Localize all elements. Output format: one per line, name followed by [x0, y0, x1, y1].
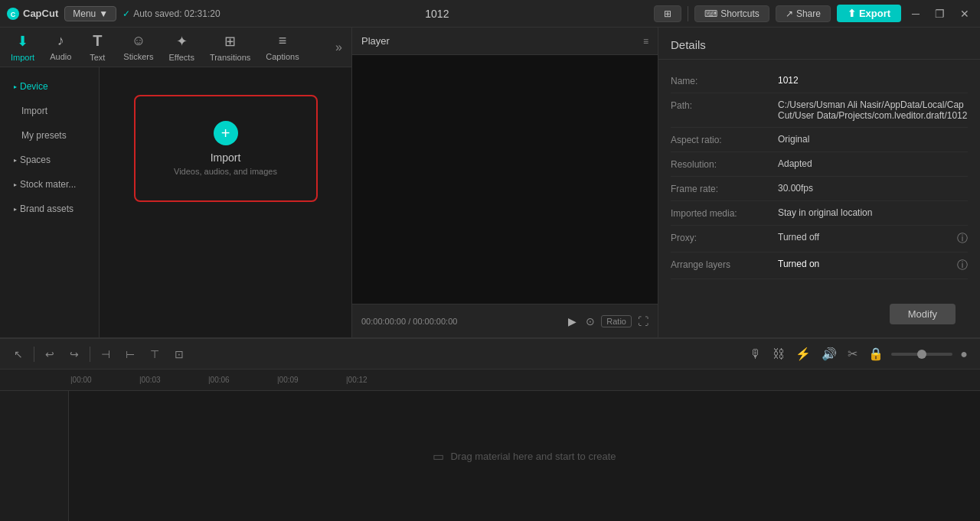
player-controls: 00:00:00:00 / 00:00:00:00 ▶ ⊙ Ratio ⛶: [352, 304, 658, 337]
fullscreen-icon[interactable]: ⛶: [638, 315, 648, 327]
topbar-divider: [688, 6, 688, 21]
undo-button[interactable]: ↩: [41, 345, 59, 363]
ruler-mark-9: |00:09: [276, 376, 345, 384]
record-audio-icon[interactable]: 🎙: [746, 344, 765, 364]
player-menu-icon[interactable]: ≡: [643, 36, 648, 47]
export-button[interactable]: ⬆ Export: [837, 5, 901, 22]
autosave-text: Auto saved: 02:31:20: [133, 8, 220, 19]
ratio-badge[interactable]: Ratio: [601, 315, 632, 327]
svg-text:C: C: [11, 11, 16, 18]
effects-label: Effects: [168, 53, 194, 62]
player-canvas: [352, 55, 658, 304]
autosave-indicator: ✓ Auto saved: 02:31:20: [122, 8, 220, 19]
tl-separator-2: [90, 347, 90, 362]
link-icon[interactable]: ⛓: [769, 344, 788, 364]
split-button[interactable]: ⊣: [96, 345, 115, 363]
name-value: 1012: [778, 75, 968, 86]
ruler-mark-12: |00:12: [345, 376, 413, 384]
arrange-layers-info-icon[interactable]: ⓘ: [957, 259, 968, 272]
timeline-empty-label: Drag material here and start to create: [450, 451, 616, 462]
snap-icon[interactable]: ⚡: [792, 344, 814, 364]
timeline-empty-icon: ▭: [433, 449, 444, 464]
detail-row-imported-media: Imported media: Stay in original locatio…: [671, 201, 968, 226]
spaces-arrow-icon: ▸: [14, 157, 17, 164]
app-layout: C CapCut Menu ▼ ✓ Auto saved: 02:31:20 1…: [0, 0, 980, 521]
tool-stickers[interactable]: ☺ Stickers: [116, 28, 161, 66]
tool-import[interactable]: ⬇ Import: [3, 28, 42, 67]
sidebar-item-brand-assets[interactable]: ▸ Brand assets: [5, 197, 94, 220]
minimize-button[interactable]: ─: [907, 6, 924, 21]
close-button[interactable]: ✕: [956, 6, 974, 21]
topbar: C CapCut Menu ▼ ✓ Auto saved: 02:31:20 1…: [0, 0, 980, 28]
delete-button[interactable]: ⊡: [170, 345, 188, 363]
sidebar-item-spaces[interactable]: ▸ Spaces: [5, 148, 94, 171]
menu-arrow-icon: ▼: [99, 8, 108, 19]
trim-right-button[interactable]: ⊤: [145, 345, 164, 363]
menu-label: Menu: [73, 8, 96, 19]
proxy-label: Proxy:: [671, 232, 778, 243]
share-button[interactable]: ↗ Share: [776, 5, 831, 22]
effects-icon: ✦: [176, 33, 188, 50]
ruler-mark-0: |00:00: [69, 376, 138, 384]
content-area: + Import Videos, audios, and images: [100, 67, 351, 337]
name-label: Name:: [671, 75, 778, 86]
toolbar-more-button[interactable]: »: [329, 37, 348, 57]
screen-layout-icon: ⊞: [664, 8, 671, 19]
tl-separator-1: [34, 347, 34, 362]
toolbar: ⬇ Import ♪ Audio T Text ☺ Stickers ✦ E: [0, 28, 351, 67]
clip-icon[interactable]: ✂: [844, 344, 861, 364]
trim-left-button[interactable]: ⊢: [121, 345, 139, 363]
ruler-mark-6: |00:06: [207, 376, 276, 384]
stickers-icon: ☺: [132, 33, 145, 49]
export-icon: ⬆: [848, 8, 856, 19]
tool-text[interactable]: T Text: [79, 28, 116, 67]
play-button[interactable]: ▶: [565, 312, 580, 331]
screen-layout-button[interactable]: ⊞: [654, 5, 681, 22]
tool-audio[interactable]: ♪ Audio: [42, 28, 79, 66]
modify-button[interactable]: Modify: [890, 304, 956, 324]
track-labels: [0, 391, 69, 521]
zoom-slider[interactable]: [891, 353, 952, 356]
captions-icon: ≡: [279, 33, 287, 49]
path-value: C:/Users/Usman Ali Nasir/AppData/Local/C…: [778, 99, 968, 121]
tl-settings-icon[interactable]: ●: [957, 344, 971, 364]
text-icon: T: [93, 32, 102, 50]
resolution-value: Adapted: [778, 158, 968, 169]
import-icon: ⬇: [17, 33, 28, 50]
stock-label: Stock mater...: [20, 179, 76, 190]
project-title: 1012: [227, 8, 648, 20]
sidebar-item-device[interactable]: ▸ Device: [5, 75, 94, 98]
player-timecode: 00:00:00:00 / 00:00:00:00: [361, 317, 556, 326]
ruler-mark-3: |00:03: [138, 376, 207, 384]
proxy-info-icon[interactable]: ⓘ: [957, 232, 968, 246]
screenshot-icon[interactable]: ⊙: [586, 315, 595, 327]
sidebar-item-my-presets[interactable]: My presets: [5, 124, 94, 147]
path-label: Path:: [671, 99, 778, 111]
device-label: Device: [20, 81, 48, 92]
maximize-button[interactable]: ❐: [930, 6, 949, 21]
import-plus-icon: +: [214, 121, 238, 145]
sidebar-item-import[interactable]: Import: [5, 99, 94, 122]
redo-button[interactable]: ↪: [65, 345, 83, 363]
tool-captions[interactable]: ≡ Captions: [258, 28, 306, 66]
audio-icon-tl[interactable]: 🔊: [818, 344, 840, 364]
menu-button[interactable]: Menu ▼: [64, 6, 116, 21]
details-content: Name: 1012 Path: C:/Users/Usman Ali Nasi…: [658, 60, 980, 288]
sidebar-item-stock-material[interactable]: ▸ Stock mater...: [5, 173, 94, 196]
cursor-tool-button[interactable]: ↖: [9, 345, 28, 363]
timeline: ↖ ↩ ↪ ⊣ ⊢ ⊤ ⊡ 🎙 ⛓ ⚡ 🔊 ✂ 🔒 ● |00:: [0, 337, 980, 521]
brand-arrow-icon: ▸: [14, 206, 17, 213]
stickers-label: Stickers: [123, 52, 153, 61]
shortcuts-button[interactable]: ⌨ Shortcuts: [694, 5, 769, 22]
tool-effects[interactable]: ✦ Effects: [161, 28, 201, 67]
share-label: Share: [796, 8, 821, 19]
import-dropzone[interactable]: + Import Videos, audios, and images: [134, 95, 318, 202]
timeline-right-tools: 🎙 ⛓ ⚡ 🔊 ✂ 🔒 ●: [746, 344, 971, 364]
arrange-layers-value: Turned on: [778, 259, 957, 269]
left-section: ⬇ Import ♪ Audio T Text ☺ Stickers ✦ E: [0, 28, 352, 337]
lock-icon[interactable]: 🔒: [865, 344, 887, 364]
capcut-logo-icon: C: [6, 7, 20, 21]
timeline-ruler: |00:00 |00:03 |00:06 |00:09 |00:12: [0, 370, 980, 391]
imported-media-value: Stay in original location: [778, 207, 968, 218]
tool-transitions[interactable]: ⊞ Transitions: [202, 28, 258, 67]
